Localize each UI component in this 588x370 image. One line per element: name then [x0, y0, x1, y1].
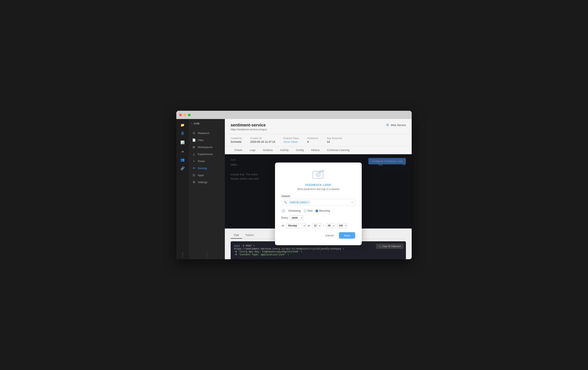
sidebar-item-label-apps: Apps	[198, 174, 204, 177]
sidebar-item-flows[interactable]: ⌁ Flows	[189, 158, 225, 165]
sidebar-item-experiments[interactable]: △ Experiments	[189, 150, 225, 158]
tab-continual-learning[interactable]: Continual Learning	[323, 146, 353, 154]
tab-logs[interactable]: Logs	[246, 146, 259, 154]
rail-icon-files[interactable]: 📁	[178, 121, 186, 129]
day-select-wrap: Monday Tuesday Wednesday Thursday Friday…	[286, 223, 306, 228]
sidebar-item-files[interactable]: 📄 Files	[189, 137, 225, 144]
modal-icon-area	[282, 169, 355, 180]
feedback-loop-modal: FEEDBACK LOOP Store predictions and logs…	[275, 162, 362, 245]
dataset-label: Dataset	[282, 195, 355, 198]
nav-tabs: Charts Logs Grafana Activity Config Kiba…	[225, 146, 412, 154]
search-icon: 🔍	[284, 201, 287, 204]
save-button[interactable]: Save	[339, 232, 355, 239]
sidebar-item-label-flows: Flows	[198, 160, 205, 163]
code-line4-suffix: ' \	[284, 253, 289, 256]
radio-now-text: Now	[308, 209, 313, 212]
code-tab-python[interactable]: Python	[242, 232, 257, 239]
service-url: https://sentiment-service.cnvrg.io	[231, 128, 267, 131]
chevron-down-icon: ▾	[352, 201, 353, 204]
meta-row: Created By Schneidz Created On 2020-05-1…	[225, 134, 412, 146]
dataset-remove-button[interactable]: ×	[307, 201, 308, 204]
modal-title: FEEDBACK LOOP	[282, 183, 355, 186]
svg-rect-0	[313, 171, 323, 178]
meta-predictions-value: 8	[307, 140, 318, 143]
maximize-button[interactable]	[188, 114, 190, 116]
sidebar-item-label-files: Files	[198, 139, 203, 142]
meta-endpoint-token: Endpoint Token Show Token	[284, 137, 299, 143]
clock-icon: 🕐	[282, 209, 285, 212]
meta-avg-response-label: Avg. Response	[327, 137, 342, 140]
sidebar-menu: ⌬ Research 📄 Files ⊞ Workspaces △ Experi…	[189, 128, 225, 247]
every-select[interactable]: week day month	[290, 215, 303, 220]
rail-icon-data[interactable]: 🗄	[178, 130, 186, 138]
at-label: at	[308, 224, 310, 227]
radio-now-label[interactable]: Now	[304, 209, 313, 212]
web-service-label: Web Service	[391, 124, 406, 127]
tab-charts[interactable]: Charts	[231, 146, 246, 154]
nav-sidebar: › imdb ⌬ Research 📄 Files ⊞ Workspaces △	[189, 119, 225, 259]
minute-select-wrap: 00 153045	[326, 223, 335, 228]
sidebar-item-label-workspaces: Workspaces	[198, 146, 212, 149]
code-tab-curl[interactable]: Curl	[231, 232, 242, 239]
code-line2: https://sentiment-service.cnvrg.io/api/v…	[234, 248, 344, 250]
sidebar-item-serving[interactable]: ✈ Serving	[189, 165, 225, 172]
copy-to-clipboard-button[interactable]: >_ Copy To Clipboard	[376, 244, 403, 249]
close-button[interactable]	[179, 114, 182, 116]
time-colon: :	[323, 224, 324, 227]
service-header: sentiment-service https://sentiment-serv…	[225, 119, 412, 134]
sidebar-item-workspaces[interactable]: ⊞ Workspaces	[189, 144, 225, 150]
modal-overlay: FEEDBACK LOOP Store predictions and logs…	[225, 154, 412, 229]
rail-icon-users[interactable]: 👥	[178, 156, 186, 164]
meta-predictions-label: Predictions	[307, 137, 318, 140]
hour-select[interactable]: 12 123 456 789 1011	[312, 223, 321, 228]
show-token-link[interactable]: Show Token	[284, 140, 299, 143]
ampm-select[interactable]: AM PM	[337, 223, 347, 228]
radio-recurring-text: Recurring	[319, 209, 330, 212]
radio-now[interactable]	[304, 210, 307, 212]
sidebar-arrow[interactable]: ›	[191, 122, 192, 125]
workspaces-icon: ⊞	[192, 145, 196, 149]
radio-recurring[interactable]	[315, 210, 318, 212]
meta-created-on-value: 2020-05-18 11:47:14	[250, 140, 275, 143]
sidebar-item-research[interactable]: ⌬ Research	[189, 130, 225, 137]
code-line3-suffix: ' \	[298, 250, 303, 253]
meta-avg-response-value: 14	[327, 140, 342, 143]
on-row: on Monday Tuesday Wednesday Thursday Fri…	[282, 223, 355, 228]
code-line1: curl -X POST \	[234, 245, 255, 248]
sidebar-item-label-settings: Settings	[198, 181, 208, 184]
radio-group: Now Recurring	[304, 209, 330, 212]
code-line4-prefix: -H '	[234, 253, 240, 256]
ampm-select-wrap: AM PM	[337, 223, 347, 228]
web-service-icon: ⚙	[386, 123, 389, 127]
cancel-button[interactable]: Cancel	[322, 232, 337, 239]
experiments-icon: △	[192, 152, 196, 156]
tab-config[interactable]: Config	[292, 146, 308, 154]
feedback-loop-icon	[311, 169, 326, 180]
dataset-select[interactable]: 🔍 imdb @ Latest × ▾	[282, 199, 355, 206]
minimize-button[interactable]	[184, 114, 186, 116]
titlebar	[176, 111, 412, 119]
meta-predictions: Predictions 8	[307, 137, 318, 143]
mac-window: 📁 🗄 📊 ☁ 👥 🔗 acme › imdb ⌬ Research 📄	[176, 111, 412, 259]
rail-icon-charts[interactable]: 📊	[178, 138, 186, 146]
sidebar-item-label-serving: Serving	[198, 167, 207, 170]
rail-icon-link[interactable]: 🔗	[178, 164, 186, 172]
modal-subtitle: Store predictions and logs to a dataset	[282, 188, 355, 190]
radio-recurring-label[interactable]: Recurring	[315, 209, 330, 212]
minute-select[interactable]: 00 153045	[326, 223, 335, 228]
sidebar-item-settings[interactable]: ⚙ Settings	[189, 179, 225, 186]
rail-icon-cloud[interactable]: ☁	[178, 147, 186, 155]
meta-created-on-label: Created On	[250, 137, 275, 140]
meta-created-on: Created On 2020-05-18 11:47:14	[250, 137, 275, 143]
research-icon: ⌬	[192, 131, 196, 135]
meta-created-by-label: Created By	[231, 137, 242, 140]
serving-icon: ✈	[192, 166, 196, 170]
tab-activity[interactable]: Activity	[276, 146, 292, 154]
content-area: Date Elapsed Time(ms) 2020-... 585 47 ex…	[225, 154, 412, 229]
tab-grafana[interactable]: Grafana	[259, 146, 276, 154]
sidebar-item-apps[interactable]: ⊡ Apps	[189, 172, 225, 179]
scheduling-label: Scheduling	[288, 209, 301, 212]
day-select[interactable]: Monday Tuesday Wednesday Thursday Friday…	[286, 223, 306, 228]
meta-avg-response: Avg. Response 14	[327, 137, 342, 143]
tab-kibana[interactable]: Kibana	[307, 146, 323, 154]
